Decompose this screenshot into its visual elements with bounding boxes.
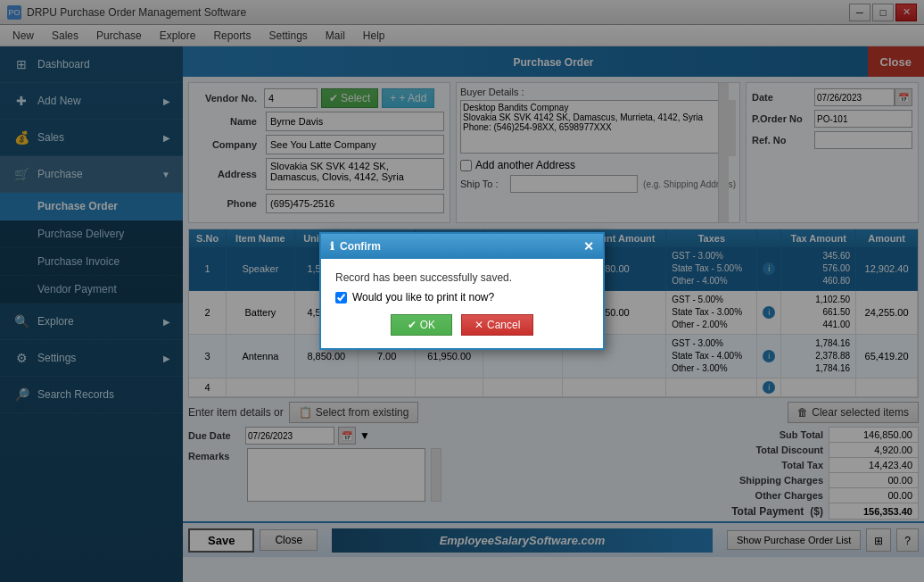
- modal-overlay: ℹ Confirm ✕ Record has been successfully…: [0, 0, 924, 582]
- modal-saved-text: Record has been successfully saved.: [335, 271, 589, 284]
- confirm-modal: ℹ Confirm ✕ Record has been successfully…: [319, 232, 605, 350]
- cancel-modal-button[interactable]: ✕ Cancel: [461, 314, 533, 336]
- modal-buttons: ✔ OK ✕ Cancel: [335, 314, 589, 336]
- print-label: Would you like to print it now?: [352, 291, 494, 303]
- modal-print-row: Would you like to print it now?: [335, 291, 589, 303]
- ok-button[interactable]: ✔ OK: [391, 314, 452, 336]
- modal-body: Record has been successfully saved. Woul…: [321, 259, 603, 348]
- modal-close-button[interactable]: ✕: [583, 239, 594, 254]
- ok-checkmark-icon: ✔: [408, 319, 417, 331]
- print-checkbox[interactable]: [335, 292, 347, 303]
- modal-header: ℹ Confirm ✕: [321, 234, 603, 259]
- modal-title: Confirm: [340, 240, 381, 253]
- cancel-btn-label: Cancel: [487, 319, 520, 331]
- confirm-icon: ℹ: [330, 240, 334, 253]
- ok-btn-label: OK: [420, 319, 435, 331]
- cancel-icon: ✕: [474, 319, 483, 331]
